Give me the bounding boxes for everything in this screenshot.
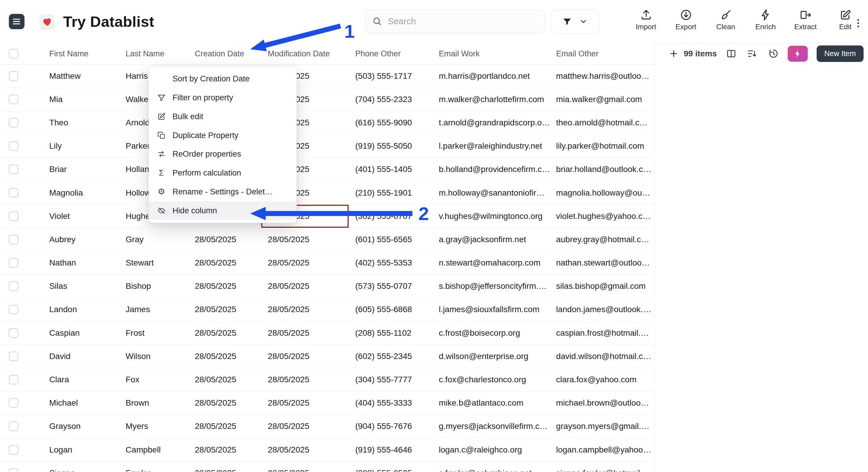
- cell-first[interactable]: Sienna: [42, 462, 119, 472]
- row-checkbox[interactable]: [9, 305, 18, 314]
- enrich-button[interactable]: Enrich: [747, 9, 784, 31]
- cell-email_work[interactable]: logan.c@raleighco.org: [432, 438, 550, 461]
- cell-first[interactable]: Mia: [42, 88, 119, 111]
- cell-modification[interactable]: 28/05/2025: [261, 251, 349, 274]
- cell-email_other[interactable]: violet.hughes@yahoo.c…: [550, 205, 655, 228]
- cell-email_other[interactable]: mia.walker@gmail.com: [550, 88, 655, 111]
- cell-email_work[interactable]: g.myers@jacksonvillefirm.c…: [432, 415, 550, 438]
- cell-first[interactable]: Clara: [42, 368, 119, 391]
- cell-phone[interactable]: (605) 555-6868: [349, 298, 432, 321]
- cell-email_work[interactable]: a.gray@jacksonfirm.net: [432, 228, 550, 251]
- cell-last[interactable]: Bishop: [119, 275, 188, 298]
- menu-item-bulk-edit[interactable]: Bulk edit: [149, 107, 297, 126]
- cell-last[interactable]: Fox: [119, 368, 188, 391]
- cell-last[interactable]: James: [119, 298, 188, 321]
- clean-button[interactable]: Clean: [707, 9, 744, 31]
- column-header-first-name[interactable]: First Name: [42, 43, 119, 64]
- cell-first[interactable]: Landon: [42, 298, 119, 321]
- cell-first[interactable]: David: [42, 345, 119, 368]
- cell-last[interactable]: Gray: [119, 228, 188, 251]
- new-item-button[interactable]: New Item: [817, 45, 864, 62]
- cell-last[interactable]: Fowler: [119, 462, 188, 472]
- cell-phone[interactable]: (704) 555-2323: [349, 88, 432, 111]
- cell-email_work[interactable]: n.stewart@omahacorp.com: [432, 251, 550, 274]
- cell-email_work[interactable]: v.hughes@wilmingtonco.org: [432, 205, 550, 228]
- search-input[interactable]: [387, 15, 538, 27]
- cell-phone[interactable]: (601) 555-6565: [349, 228, 432, 251]
- row-checkbox[interactable]: [9, 468, 18, 472]
- cell-creation[interactable]: 28/05/2025: [188, 322, 261, 344]
- cell-phone[interactable]: (803) 555-9595: [349, 462, 432, 472]
- add-item-icon[interactable]: [668, 48, 679, 59]
- row-checkbox[interactable]: [9, 375, 18, 384]
- cell-email_work[interactable]: m.harris@portlandco.net: [432, 65, 550, 88]
- cell-creation[interactable]: 28/05/2025: [188, 251, 261, 274]
- cell-first[interactable]: Caspian: [42, 322, 119, 344]
- row-checkbox[interactable]: [9, 95, 18, 104]
- filter-button[interactable]: [551, 9, 599, 34]
- cell-email_work[interactable]: s.bishop@jeffersoncityfirm.…: [432, 275, 550, 298]
- cell-creation[interactable]: 28/05/2025: [188, 298, 261, 321]
- hamburger-menu-button[interactable]: [9, 14, 25, 30]
- cell-first[interactable]: Logan: [42, 438, 119, 461]
- cell-first[interactable]: Theo: [42, 111, 119, 134]
- cell-modification[interactable]: 28/05/2025: [261, 368, 349, 391]
- cell-phone[interactable]: (404) 555-3333: [349, 392, 432, 414]
- menu-item-rename-settings-delet[interactable]: ⚙Rename - Settings - Delet…: [149, 182, 297, 201]
- menu-item-sort-by-creation-date[interactable]: Sort by Creation Date: [149, 69, 297, 88]
- cell-modification[interactable]: 28/05/2025: [261, 462, 349, 472]
- menu-item-hide-column[interactable]: Hide column: [149, 201, 297, 220]
- cell-phone[interactable]: (919) 555-5050: [349, 135, 432, 158]
- cell-email_other[interactable]: caspian.frost@hotmail.…: [550, 322, 655, 344]
- cell-email_work[interactable]: c.frost@boisecorp.org: [432, 322, 550, 344]
- cell-email_work[interactable]: d.wilson@enterprise.org: [432, 345, 550, 368]
- cell-email_work[interactable]: m.holloway@sanantoniofir…: [432, 181, 550, 204]
- menu-item-reorder-properties[interactable]: ReOrder properties: [149, 144, 297, 163]
- sort-icon[interactable]: [747, 48, 758, 59]
- cell-phone[interactable]: (210) 555-1901: [349, 181, 432, 204]
- row-checkbox[interactable]: [9, 351, 18, 361]
- cell-email_work[interactable]: l.james@siouxfallsfirm.com: [432, 298, 550, 321]
- cell-last[interactable]: Stewart: [119, 251, 188, 274]
- more-options-button[interactable]: [851, 13, 865, 29]
- menu-item-filter-on-property[interactable]: Filter on property: [149, 88, 297, 107]
- menu-item-duplicate-property[interactable]: Duplicate Property: [149, 126, 297, 145]
- cell-email_other[interactable]: sienna.fowler@hotmail.…: [550, 462, 655, 472]
- cell-email_other[interactable]: michael.brown@outloo…: [550, 392, 655, 414]
- cell-creation[interactable]: 28/05/2025: [188, 368, 261, 391]
- cell-email_other[interactable]: lily.parker@hotmail.com: [550, 135, 655, 158]
- cell-last[interactable]: Myers: [119, 415, 188, 438]
- cell-email_work[interactable]: s.fowler@columbiaco.net: [432, 462, 550, 472]
- cell-phone[interactable]: (602) 555-2345: [349, 345, 432, 368]
- select-all-checkbox[interactable]: [9, 49, 18, 58]
- cell-phone[interactable]: (302) 555-0707: [349, 205, 432, 228]
- cell-email_other[interactable]: logan.campbell@yahoo…: [550, 438, 655, 461]
- cell-modification[interactable]: 28/05/2025: [261, 228, 349, 251]
- cell-email_other[interactable]: grayson.myers@gmail.…: [550, 415, 655, 438]
- export-button[interactable]: Export: [668, 9, 704, 31]
- cell-email_work[interactable]: mike.b@atlantaco.com: [432, 392, 550, 414]
- row-checkbox[interactable]: [9, 281, 18, 291]
- column-header-last-name[interactable]: Last Name: [119, 43, 188, 64]
- cell-phone[interactable]: (919) 555-4646: [349, 438, 432, 461]
- cell-modification[interactable]: 28/05/2025: [261, 322, 349, 344]
- cell-email_other[interactable]: aubrey.gray@hotmail.c…: [550, 228, 655, 251]
- cell-first[interactable]: Matthew: [42, 65, 119, 88]
- cell-first[interactable]: Silas: [42, 275, 119, 298]
- column-header-creation-date[interactable]: Creation Date: [188, 43, 261, 64]
- cell-email_work[interactable]: b.holland@providencefirm.c…: [432, 158, 550, 181]
- history-icon[interactable]: [768, 48, 779, 59]
- cell-phone[interactable]: (616) 555-9090: [349, 111, 432, 134]
- cell-first[interactable]: Nathan: [42, 251, 119, 274]
- cell-first[interactable]: Magnolia: [42, 181, 119, 204]
- row-checkbox[interactable]: [9, 165, 18, 174]
- row-checkbox[interactable]: [9, 71, 18, 81]
- cell-phone[interactable]: (904) 555-7676: [349, 415, 432, 438]
- cell-email_other[interactable]: landon.james@outlook.…: [550, 298, 655, 321]
- cell-creation[interactable]: 28/05/2025: [188, 462, 261, 472]
- cell-email_other[interactable]: david.wilson@hotmail.c…: [550, 345, 655, 368]
- column-header-modification-date[interactable]: Modification Date: [261, 43, 349, 64]
- cell-email_other[interactable]: silas.bishop@gmail.com: [550, 275, 655, 298]
- menu-item-perform-calculation[interactable]: ΣPerform calculation: [149, 163, 297, 182]
- ai-bolt-button[interactable]: [788, 46, 808, 62]
